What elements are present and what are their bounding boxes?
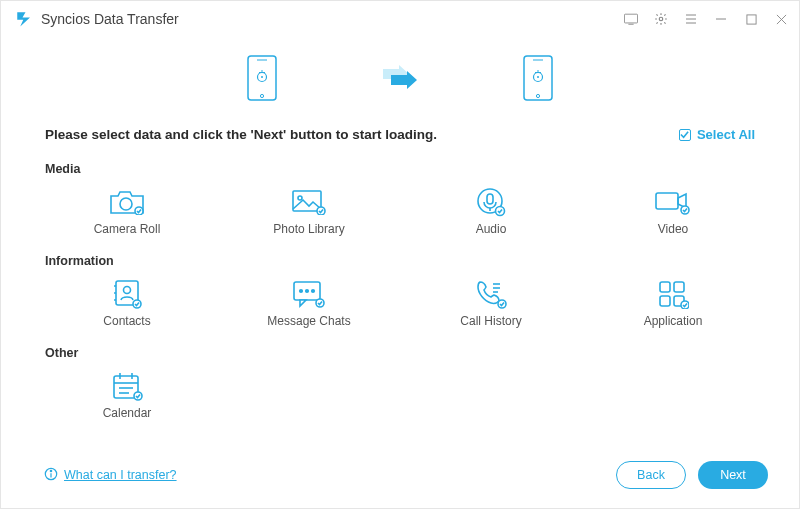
- target-phone-icon: [523, 55, 553, 105]
- arrow-right-icon: [377, 63, 423, 97]
- svg-point-21: [536, 94, 539, 97]
- svg-rect-28: [293, 191, 321, 211]
- menu-icon[interactable]: [683, 11, 699, 27]
- settings-icon[interactable]: [653, 11, 669, 27]
- window-controls: [623, 11, 789, 27]
- audio-icon: [476, 188, 506, 216]
- item-label: Contacts: [103, 314, 150, 328]
- message-chats-icon: [292, 280, 326, 308]
- svg-point-46: [300, 290, 303, 293]
- section-title-information: Information: [45, 254, 755, 268]
- instruction-text: Please select data and click the 'Next' …: [45, 127, 437, 142]
- help-link-label: What can I transfer?: [64, 468, 177, 482]
- feedback-icon[interactable]: [623, 11, 639, 27]
- maximize-icon[interactable]: [743, 11, 759, 27]
- content-area: Please select data and click the 'Next' …: [1, 127, 799, 422]
- svg-point-47: [306, 290, 309, 293]
- item-message-chats[interactable]: Message Chats: [227, 278, 391, 330]
- footer-bar: What can I transfer? Back Next: [0, 445, 800, 509]
- info-icon: [44, 467, 58, 484]
- item-contacts[interactable]: Contacts: [45, 278, 209, 330]
- app-title: Syncios Data Transfer: [41, 11, 179, 27]
- svg-rect-32: [487, 194, 493, 204]
- other-grid: Calendar: [45, 370, 755, 422]
- item-video[interactable]: Video: [591, 186, 755, 238]
- check-icon: [679, 129, 691, 141]
- photo-library-icon: [291, 188, 327, 216]
- camera-roll-icon: [109, 188, 145, 216]
- svg-point-29: [298, 196, 302, 200]
- item-label: Application: [644, 314, 703, 328]
- item-label: Audio: [476, 222, 507, 236]
- video-icon: [654, 188, 692, 216]
- source-phone-icon: [247, 55, 277, 105]
- app-logo-icon: [15, 10, 33, 28]
- item-call-history[interactable]: Call History: [409, 278, 573, 330]
- section-title-media: Media: [45, 162, 755, 176]
- svg-point-42: [124, 287, 131, 294]
- item-camera-roll[interactable]: Camera Roll: [45, 186, 209, 238]
- svg-point-48: [312, 290, 315, 293]
- svg-rect-55: [674, 282, 684, 292]
- close-icon[interactable]: [773, 11, 789, 27]
- svg-point-16: [261, 76, 263, 78]
- call-history-icon: [475, 280, 507, 308]
- next-button-label: Next: [720, 468, 746, 482]
- svg-rect-56: [660, 296, 670, 306]
- device-transfer-row: [1, 37, 799, 127]
- title-bar: Syncios Data Transfer: [1, 1, 799, 37]
- svg-rect-0: [624, 14, 637, 23]
- svg-point-25: [537, 76, 539, 78]
- next-button[interactable]: Next: [698, 461, 768, 489]
- item-audio[interactable]: Audio: [409, 186, 573, 238]
- information-grid: Contacts Message Chats Call History Appl…: [45, 278, 755, 330]
- select-all-label: Select All: [697, 127, 755, 142]
- minimize-icon[interactable]: [713, 11, 729, 27]
- item-label: Message Chats: [267, 314, 350, 328]
- calendar-icon: [111, 372, 143, 400]
- svg-point-12: [260, 94, 263, 97]
- contacts-icon: [112, 280, 142, 308]
- application-icon: [657, 280, 689, 308]
- svg-rect-35: [656, 193, 678, 209]
- help-link[interactable]: What can I transfer?: [44, 467, 177, 484]
- svg-point-26: [120, 198, 132, 210]
- item-photo-library[interactable]: Photo Library: [227, 186, 391, 238]
- section-title-other: Other: [45, 346, 755, 360]
- select-all-checkbox[interactable]: Select All: [679, 127, 755, 142]
- svg-rect-7: [746, 14, 755, 23]
- svg-marker-45: [300, 300, 306, 306]
- svg-point-2: [659, 17, 663, 21]
- svg-point-68: [50, 470, 51, 471]
- item-label: Calendar: [103, 406, 152, 420]
- svg-rect-54: [660, 282, 670, 292]
- item-application[interactable]: Application: [591, 278, 755, 330]
- item-label: Video: [658, 222, 688, 236]
- back-button-label: Back: [637, 468, 665, 482]
- item-label: Call History: [460, 314, 521, 328]
- item-label: Photo Library: [273, 222, 344, 236]
- item-calendar[interactable]: Calendar: [45, 370, 209, 422]
- media-grid: Camera Roll Photo Library Audio Video: [45, 186, 755, 238]
- back-button[interactable]: Back: [616, 461, 686, 489]
- item-label: Camera Roll: [94, 222, 161, 236]
